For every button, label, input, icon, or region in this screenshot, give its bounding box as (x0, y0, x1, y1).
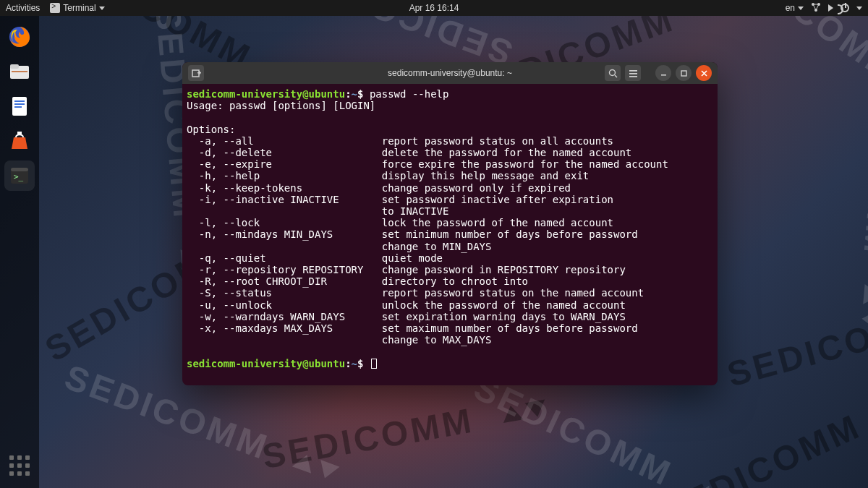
input-source-indicator[interactable]: en (786, 3, 804, 13)
app-menu-label: Terminal (63, 3, 95, 13)
svg-rect-22 (629, 76, 637, 77)
volume-icon (828, 4, 833, 12)
gnome-top-bar: Activities Terminal Apr 16 16:14 en (0, 0, 868, 16)
svg-rect-5 (10, 64, 19, 69)
dock-app-text-editor[interactable] (4, 91, 35, 121)
activities-button[interactable]: Activities (6, 3, 40, 13)
svg-rect-6 (12, 71, 27, 72)
svg-rect-24 (681, 71, 686, 76)
window-titlebar[interactable]: sedicomm-university@ubuntu: ~ (182, 62, 718, 84)
chevron-down-icon (798, 7, 804, 10)
svg-rect-10 (14, 106, 22, 108)
svg-rect-21 (629, 73, 637, 74)
svg-line-19 (615, 75, 617, 77)
dock-app-files[interactable] (4, 56, 35, 87)
window-maximize-button[interactable] (676, 65, 692, 81)
search-button[interactable] (605, 65, 621, 81)
hamburger-menu-button[interactable] (625, 65, 641, 81)
clock[interactable]: Apr 16 16:14 (409, 3, 459, 13)
svg-rect-13 (11, 168, 28, 171)
dock: >_ (0, 16, 39, 488)
terminal-window: sedicomm-university@ubuntu: ~ sedicomm-u… (182, 62, 718, 385)
app-menu-terminal[interactable]: Terminal (50, 3, 104, 13)
svg-rect-17 (199, 71, 200, 74)
terminal-icon (50, 3, 60, 13)
svg-rect-8 (14, 100, 25, 102)
new-tab-button[interactable] (188, 65, 204, 81)
svg-rect-23 (661, 74, 666, 76)
svg-rect-9 (14, 103, 25, 105)
window-minimize-button[interactable] (655, 65, 671, 81)
chevron-down-icon (99, 7, 105, 10)
dock-app-terminal[interactable]: >_ (4, 160, 35, 191)
window-close-button[interactable] (696, 65, 712, 81)
power-icon (841, 4, 849, 12)
chevron-down-icon (856, 7, 862, 10)
svg-point-18 (609, 69, 615, 75)
svg-rect-20 (629, 70, 637, 72)
dock-app-firefox[interactable] (4, 22, 35, 52)
status-area[interactable]: en (786, 2, 862, 14)
svg-rect-11 (17, 132, 22, 134)
svg-text:>_: >_ (14, 172, 24, 181)
window-title: sedicomm-university@ubuntu: ~ (388, 68, 512, 78)
dock-app-software[interactable] (4, 126, 35, 156)
network-icon (811, 2, 821, 14)
terminal-output[interactable]: sedicomm-university@ubuntu:~$ passwd --h… (182, 84, 718, 385)
